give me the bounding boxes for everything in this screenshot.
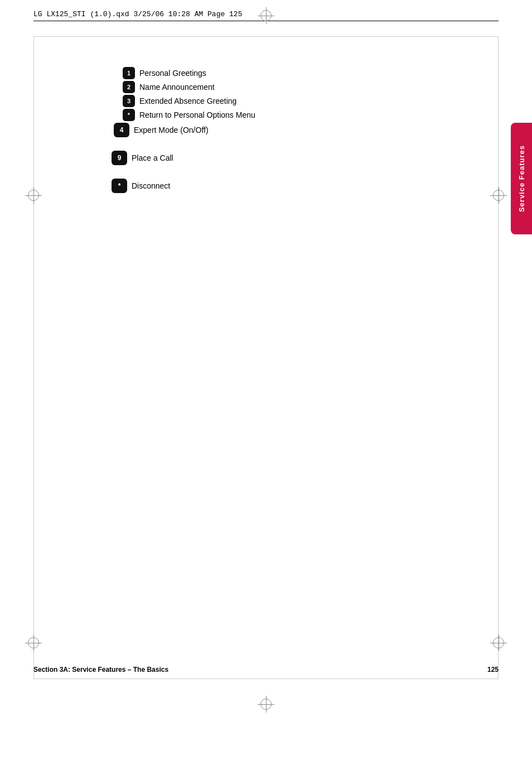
menu-item-label: Name Announcement: [139, 83, 215, 92]
list-item: * Disconnect: [112, 179, 446, 193]
header-text: LG LX125_STI (1.0).qxd 3/25/06 10:28 AM …: [33, 10, 242, 18]
list-item: 9 Place a Call: [112, 151, 446, 165]
menu-item-label: Return to Personal Options Menu: [139, 110, 255, 119]
spacer: [112, 140, 446, 148]
key-badge-9: 9: [112, 151, 127, 165]
reg-mark-bottom-right: [493, 637, 504, 648]
side-tab-label: Service Features: [518, 145, 526, 212]
sub-menu-group: 1 Personal Greetings 2 Name Announcement…: [123, 67, 446, 121]
list-item: 3 Extended Absence Greeting: [123, 95, 446, 107]
key-label: *: [118, 182, 121, 190]
reg-mark-top-center: [260, 10, 272, 21]
content-area: 1 Personal Greetings 2 Name Announcement…: [112, 67, 446, 195]
page-footer: Section 3A: Service Features – The Basic…: [33, 666, 499, 674]
menu-item-label: Disconnect: [132, 181, 170, 190]
spacer: [112, 167, 446, 176]
reg-mark-bottom-center: [260, 699, 272, 710]
reg-mark-top-right: [493, 190, 504, 201]
key-badge-2: 2: [123, 81, 135, 93]
footer-page-number: 125: [487, 666, 499, 674]
border-right: [498, 36, 499, 679]
key-label: 9: [118, 154, 122, 162]
menu-item-label: Place a Call: [132, 153, 173, 162]
key-badge-star: *: [123, 109, 135, 121]
key-label: 1: [127, 70, 130, 76]
key-label: 2: [127, 84, 130, 90]
menu-item-label: Extended Absence Greeting: [139, 97, 236, 105]
border-bottom: [33, 679, 499, 679]
list-item: 2 Name Announcement: [123, 81, 446, 93]
reg-mark-bottom-left: [28, 637, 39, 648]
list-item: 1 Personal Greetings: [123, 67, 446, 79]
side-tab: Service Features: [511, 123, 532, 234]
key-badge-1: 1: [123, 67, 135, 79]
reg-mark-top-left: [28, 190, 39, 201]
key-badge-3: 3: [123, 95, 135, 107]
key-label: 4: [120, 126, 124, 134]
key-label: 3: [127, 98, 130, 104]
border-top: [33, 36, 499, 37]
list-item: * Return to Personal Options Menu: [123, 109, 446, 121]
menu-item-label: Expert Mode (On/Off): [134, 126, 209, 134]
list-item: 4 Expert Mode (On/Off): [114, 123, 446, 137]
footer-section-label: Section 3A: Service Features – The Basic…: [33, 666, 168, 674]
key-badge-star2: *: [112, 179, 127, 193]
border-left: [33, 36, 34, 679]
menu-item-label: Personal Greetings: [139, 69, 206, 78]
key-badge-4: 4: [114, 123, 129, 137]
key-label: *: [128, 112, 130, 118]
